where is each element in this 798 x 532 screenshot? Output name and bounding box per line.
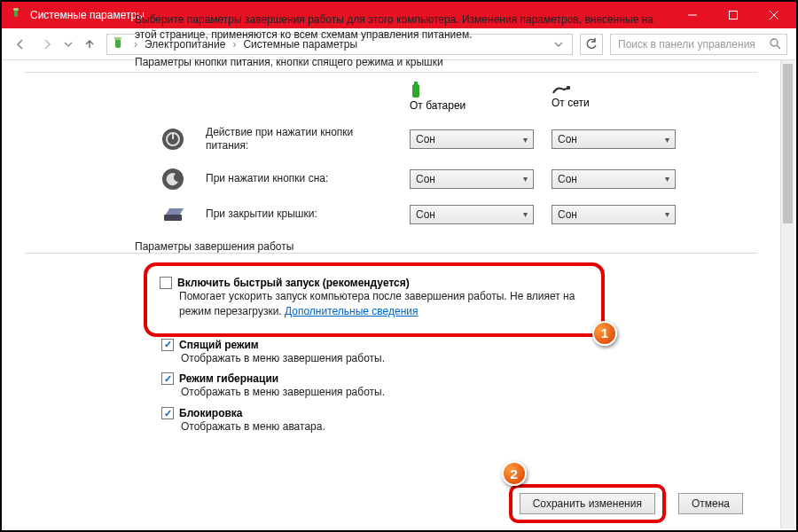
plug-icon [552, 84, 676, 97]
chevron-down-icon: ▾ [665, 135, 669, 145]
sleep-button-icon [158, 168, 188, 191]
svg-rect-12 [567, 86, 570, 90]
col-battery-header: От батареи [410, 82, 534, 112]
hibernate-opt-label: Режим гибернации [179, 372, 278, 385]
chevron-down-icon: ▾ [665, 209, 669, 219]
fastboot-more-link[interactable]: Дополнительные сведения [285, 305, 418, 317]
lock-opt-desc: Отображать в меню аватара. [181, 419, 757, 434]
section-buttons-title: Параметры кнопки питания, кнопки спящего… [135, 56, 757, 68]
shutdown-section-title: Параметры завершения работы [135, 240, 757, 253]
sleep-opt-label: Спящий режим [179, 339, 259, 351]
scrollbar-thumb[interactable] [783, 64, 793, 223]
svg-marker-18 [166, 208, 184, 215]
sleep-button-label: При нажатии кнопки сна: [206, 172, 392, 186]
sleep-battery-select[interactable]: Сон▾ [410, 169, 534, 189]
section-divider [25, 72, 757, 73]
fastboot-desc: Помогает ускорить запуск компьютера посл… [179, 289, 589, 319]
svg-rect-17 [164, 215, 182, 221]
power-battery-select[interactable]: Сон▾ [410, 129, 534, 149]
lock-opt-label: Блокировка [179, 407, 243, 419]
hibernate-opt-desc: Отображать в меню завершения работы. [181, 385, 757, 400]
fastboot-label: Включить быстрый запуск (рекомендуется) [177, 277, 410, 289]
svg-rect-11 [414, 82, 418, 84]
col-ac-header: От сети [552, 84, 676, 109]
power-button-label: Действие при нажатии кнопки питания: [206, 126, 392, 153]
callout-2: 2 [502, 461, 527, 486]
save-button[interactable]: Сохранить изменения [520, 493, 655, 514]
chevron-down-icon: ▾ [523, 209, 528, 219]
sleep-ac-select[interactable]: Сон▾ [552, 169, 676, 189]
svg-rect-10 [412, 84, 419, 98]
lid-ac-select[interactable]: Сон▾ [552, 205, 676, 224]
section-divider [25, 253, 757, 254]
power-ac-select[interactable]: Сон▾ [552, 129, 676, 149]
chevron-down-icon: ▾ [665, 174, 669, 184]
footer: 2 Сохранить изменения Отмена [2, 484, 764, 523]
lid-label: При закрытии крышки: [206, 207, 392, 222]
lid-icon [158, 206, 188, 223]
cancel-button[interactable]: Отмена [678, 493, 743, 514]
power-actions-table: От батареи От сети Действие при нажатии … [158, 82, 757, 224]
battery-icon [410, 82, 534, 99]
chevron-down-icon: ▾ [523, 174, 528, 184]
annotation-box-2: 2 Сохранить изменения [509, 484, 666, 523]
annotation-box-1: Включить быстрый запуск (рекомендуется) … [144, 262, 605, 337]
lid-battery-select[interactable]: Сон▾ [410, 205, 534, 224]
sleep-opt-desc: Отображать в меню завершения работы. [181, 351, 757, 366]
callout-1: 1 [592, 321, 617, 346]
intro-text: Выберите параметры завершения работы для… [135, 12, 667, 43]
sleep-checkbox[interactable]: ✓ [161, 339, 174, 351]
scrollbar[interactable] [780, 60, 794, 528]
hibernate-checkbox[interactable]: ✓ [161, 372, 174, 385]
fastboot-checkbox[interactable] [160, 277, 172, 289]
power-button-icon [158, 128, 188, 151]
chevron-down-icon: ▾ [523, 135, 528, 145]
content-pane: Выберите параметры завершения работы для… [2, 2, 780, 530]
lock-checkbox[interactable]: ✓ [161, 407, 174, 419]
